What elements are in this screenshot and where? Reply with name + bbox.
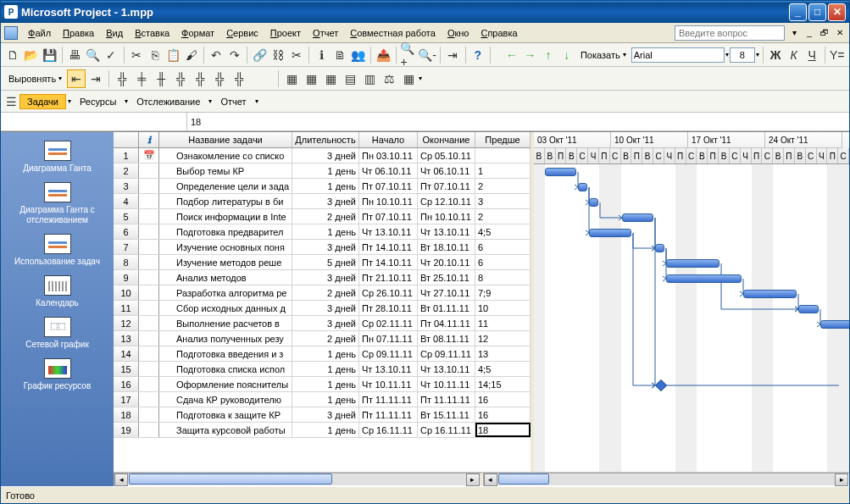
gantt-bar[interactable] xyxy=(622,213,653,222)
pred-cell[interactable]: 3 xyxy=(475,194,531,208)
nav-gantt[interactable]: Диаграмма Ганта с отслеживанием xyxy=(1,179,114,229)
g4-button[interactable]: ▤ xyxy=(341,69,359,88)
info-cell[interactable] xyxy=(139,163,159,178)
row-number[interactable]: 3 xyxy=(114,179,139,193)
t7-button[interactable]: ╬ xyxy=(230,69,248,88)
pred-cell[interactable]: 2 xyxy=(475,209,531,224)
zoom-out-button[interactable]: 🔍- xyxy=(418,46,436,64)
start-cell[interactable]: Пн 10.10.11 xyxy=(359,194,418,208)
table-row[interactable]: 10Разработка алгоритма ре2 днейСр 26.10.… xyxy=(114,285,531,301)
dur-cell[interactable]: 2 дней xyxy=(292,285,359,300)
start-cell[interactable]: Ср 09.11.11 xyxy=(359,346,418,361)
table-row[interactable]: 1📅Ознакомление со списко3 днейПн 03.10.1… xyxy=(114,148,531,163)
start-cell[interactable]: Чт 06.10.11 xyxy=(359,163,418,178)
g7-arrow-icon[interactable]: ▾ xyxy=(419,75,422,82)
g7-button[interactable]: ▦ xyxy=(399,69,418,88)
minimize-button[interactable]: _ xyxy=(789,3,807,21)
close-child-button[interactable]: ✕ xyxy=(834,27,846,39)
start-cell[interactable]: Пт 11.11.11 xyxy=(359,407,418,422)
dur-cell[interactable]: 3 дней xyxy=(292,270,359,285)
info-header[interactable]: ℹ xyxy=(139,132,159,147)
start-cell[interactable]: Пн 07.11.11 xyxy=(359,331,418,346)
pred-cell[interactable]: 6 xyxy=(475,240,531,254)
tasks-tab[interactable]: Задачи xyxy=(19,94,66,109)
spell-button[interactable]: ✓ xyxy=(103,46,120,64)
menu-совместная работа[interactable]: Совместная работа xyxy=(344,25,442,41)
end-cell[interactable]: Ср 16.11.11 xyxy=(418,423,475,437)
name-cell[interactable]: Анализ полученных резу xyxy=(159,331,292,346)
pred-cell[interactable]: 18 xyxy=(475,423,531,437)
table-row[interactable]: 4Подбор литературы в би3 днейПн 10.10.11… xyxy=(114,194,531,209)
menu-сервис[interactable]: Сервис xyxy=(220,25,264,41)
name-cell[interactable]: Оформление пояснителы xyxy=(159,377,292,391)
info-cell[interactable] xyxy=(139,392,159,407)
nav-cal[interactable]: Календарь xyxy=(1,272,114,312)
paste-button[interactable]: 📋 xyxy=(164,46,182,64)
arrow-down-button[interactable]: ↓ xyxy=(558,46,575,64)
table-row[interactable]: 18Подготовка к защите КР3 днейПт 11.11.1… xyxy=(114,407,531,423)
dur-cell[interactable]: 3 дней xyxy=(292,194,359,208)
info-cell[interactable] xyxy=(139,224,159,239)
grid-scroll-right-button[interactable]: ▸ xyxy=(466,474,480,486)
end-cell[interactable]: Чт 10.11.11 xyxy=(418,377,475,391)
dur-cell[interactable]: 3 дней xyxy=(292,240,359,254)
table-row[interactable]: 13Анализ полученных резу2 днейПн 07.11.1… xyxy=(114,331,531,346)
filter-button[interactable]: Y= xyxy=(828,46,846,64)
grid-scroll-left-button[interactable]: ◂ xyxy=(114,474,128,486)
dur-cell[interactable]: 1 день xyxy=(292,377,359,391)
start-cell[interactable]: Пт 28.10.11 xyxy=(359,301,418,315)
t1-button[interactable]: ╬ xyxy=(113,69,131,88)
open-button[interactable]: 📂 xyxy=(23,46,41,64)
row-number[interactable]: 2 xyxy=(114,163,139,178)
info-cell[interactable] xyxy=(139,316,159,330)
pred-cell[interactable]: 4;5 xyxy=(475,362,531,376)
pred-cell[interactable]: 12 xyxy=(475,331,531,346)
table-row[interactable]: 5Поиск информации в Inte2 днейПт 07.10.1… xyxy=(114,209,531,224)
pred-cell[interactable]: 14;15 xyxy=(475,377,531,391)
menu-вид[interactable]: Вид xyxy=(100,25,129,41)
end-cell[interactable]: Вт 25.10.11 xyxy=(418,270,475,285)
start-cell[interactable]: Ср 02.11.11 xyxy=(359,316,418,330)
start-cell[interactable]: Пт 07.10.11 xyxy=(359,209,418,224)
info-cell[interactable] xyxy=(139,285,159,300)
start-cell[interactable]: Пт 14.10.11 xyxy=(359,255,418,269)
print-button[interactable]: 🖶 xyxy=(66,46,84,64)
name-cell[interactable]: Изучение методов реше xyxy=(159,255,292,269)
dur-cell[interactable]: 1 день xyxy=(292,224,359,239)
dur-cell[interactable]: 3 дней xyxy=(292,148,359,163)
dur-cell[interactable]: 3 дней xyxy=(292,316,359,330)
menu-проект[interactable]: Проект xyxy=(264,25,307,41)
outdent-button[interactable]: ⇤ xyxy=(67,69,86,88)
end-cell[interactable]: Ср 09.11.11 xyxy=(418,346,475,361)
undo-button[interactable]: ↶ xyxy=(208,46,225,64)
info-cell[interactable] xyxy=(139,331,159,346)
g1-button[interactable]: ▦ xyxy=(282,69,301,88)
dur-cell[interactable]: 5 дней xyxy=(292,255,359,269)
table-row[interactable]: 6Подготовка предварител1 деньЧт 13.10.11… xyxy=(114,224,531,240)
view-list-icon[interactable]: ☰ xyxy=(4,95,18,108)
info-cell[interactable] xyxy=(139,240,159,254)
info-cell[interactable] xyxy=(139,194,159,208)
name-cell[interactable]: Определение цели и зада xyxy=(159,179,292,193)
info-cell[interactable] xyxy=(139,407,159,422)
arrow-left-button[interactable]: ← xyxy=(503,46,520,64)
dur-cell[interactable]: 1 день xyxy=(292,392,359,407)
start-cell[interactable]: Пт 11.11.11 xyxy=(359,392,418,407)
gantt-bar[interactable] xyxy=(666,274,742,283)
table-row[interactable]: 16Оформление пояснителы1 деньЧт 10.11.11… xyxy=(114,377,531,392)
name-cell[interactable]: Сбор исходных данных д xyxy=(159,301,292,315)
name-cell[interactable]: Подготовка списка испол xyxy=(159,362,292,376)
name-cell[interactable]: Разработка алгоритма ре xyxy=(159,285,292,300)
cell-reference[interactable] xyxy=(1,113,187,130)
arrow-right-button[interactable]: → xyxy=(521,46,539,64)
table-row[interactable]: 12Выполнение расчетов в3 днейСр 02.11.11… xyxy=(114,316,531,331)
week-header[interactable]: 03 Окт '11 xyxy=(534,132,611,148)
t2-button[interactable]: ╪ xyxy=(132,69,151,88)
restore-child-button[interactable]: _ xyxy=(803,27,815,39)
bold-button[interactable]: Ж xyxy=(767,46,785,64)
gantt-bar[interactable] xyxy=(655,244,664,252)
help-button[interactable]: ? xyxy=(469,46,487,64)
gantt-bar[interactable] xyxy=(578,183,587,191)
dur-cell[interactable]: 1 день xyxy=(292,423,359,437)
table-row[interactable]: 14Подготовка введения и з1 деньСр 09.11.… xyxy=(114,346,531,362)
